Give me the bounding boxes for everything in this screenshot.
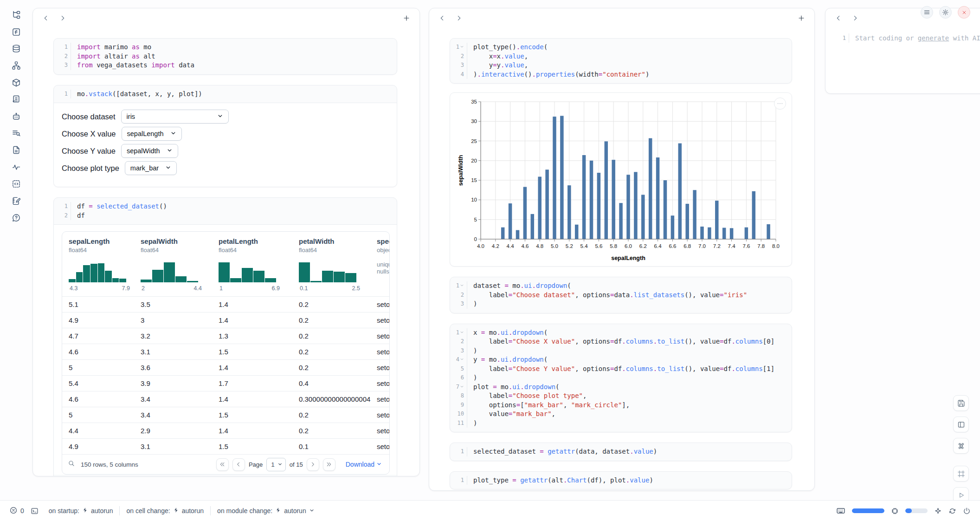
plot-type-cell[interactable]: 1plot_type = getattr(alt.Chart(df), plot…: [450, 471, 792, 490]
generate-link[interactable]: generate: [918, 34, 949, 42]
frame-button[interactable]: [953, 466, 969, 482]
last-page-button[interactable]: [323, 458, 335, 471]
fold-chevron-icon[interactable]: [460, 43, 464, 52]
dropdown-select-choose-plot-type[interactable]: mark_bar: [125, 161, 177, 175]
sidebar-item-list-search[interactable]: [8, 125, 25, 142]
panel-back-button[interactable]: [39, 12, 52, 25]
dropdown-select-choose-x-value[interactable]: sepalLength: [122, 127, 182, 141]
dataframe-table: sepalLengthfloat644.37.9sepalWidthfloat6…: [62, 231, 390, 475]
fold-chevron-icon[interactable]: [460, 281, 464, 291]
floating-toolbar: [953, 395, 969, 503]
panel-back-button[interactable]: [436, 12, 449, 25]
code-editor[interactable]: 1df = selected_dataset()2df: [54, 198, 397, 224]
code-line: 2 label="Choose dataset", options=data.l…: [450, 291, 792, 300]
code-line: 3): [450, 300, 792, 309]
panel-forward-button[interactable]: [56, 12, 69, 25]
plot-code-cell[interactable]: 1plot_type().encode(2 x=x.value,3 y=y.va…: [450, 38, 792, 84]
code-editor[interactable]: 1dataset = mo.ui.dropdown(2 label="Choos…: [450, 277, 792, 313]
sidebar-item-help-circle[interactable]: [8, 209, 25, 226]
fold-chevron-icon[interactable]: [460, 383, 464, 392]
code-editor-placeholder[interactable]: Start coding or generate with AI: [849, 33, 980, 43]
line-number: 3: [450, 61, 467, 70]
layout-button[interactable]: [953, 417, 969, 432]
line-number: 9: [450, 401, 467, 410]
sidebar-item-notebook-pen[interactable]: [8, 192, 25, 209]
autorun-setting[interactable]: on cell change:autorun: [126, 507, 204, 514]
fold-chevron-icon[interactable]: [460, 328, 464, 338]
save-button[interactable]: [953, 395, 969, 411]
fold-chevron-icon[interactable]: [460, 355, 464, 365]
column-range: 16.9: [219, 285, 281, 292]
terminal-button[interactable]: [31, 507, 39, 515]
power-button[interactable]: [963, 507, 971, 515]
code-line: 11): [450, 419, 792, 428]
table-cell: 1.4: [219, 427, 299, 435]
panel-forward-button[interactable]: [452, 12, 465, 25]
sparkle-icon: [934, 507, 942, 515]
plus-icon: [403, 14, 410, 22]
sidebar-item-file-text[interactable]: [8, 142, 25, 158]
add-cell-button[interactable]: [795, 12, 808, 25]
next-page-button[interactable]: [307, 458, 319, 471]
panel-header: [33, 8, 419, 28]
svg-text:6.6: 6.6: [669, 243, 676, 249]
selected-dataset-cell[interactable]: 1selected_dataset = getattr(data, datase…: [450, 443, 792, 461]
table-row: 5.43.91.70.4setosa: [62, 375, 389, 391]
download-button[interactable]: Download: [343, 460, 385, 469]
panel-forward-button[interactable]: [849, 12, 862, 25]
sidebar-item-scroll-text[interactable]: [8, 91, 25, 108]
table-column-header: sepalLengthfloat644.37.9: [69, 237, 141, 296]
sidebar-item-function-square[interactable]: [8, 23, 25, 40]
code-editor[interactable]: 1plot_type = getattr(alt.Chart(df), plot…: [450, 472, 792, 489]
autorun-setting[interactable]: on startup:autorun: [49, 507, 113, 514]
sidebar-item-code-square[interactable]: [8, 176, 25, 192]
histogram-bar: [105, 271, 112, 282]
code-editor[interactable]: 1mo.vstack([dataset, x, y, plot]): [54, 85, 397, 103]
dropdown-select-choose-y-value[interactable]: sepalWidth: [121, 144, 178, 158]
dropdown-select-choose-dataset[interactable]: iris: [121, 110, 229, 124]
sidebar-item-network[interactable]: [8, 57, 25, 74]
chart-menu-button[interactable]: [774, 98, 786, 110]
code-editor[interactable]: 1x = mo.ui.dropdown(2 label="Choose X va…: [450, 324, 792, 432]
sidebar-item-file-tree[interactable]: [8, 7, 25, 23]
first-page-button[interactable]: [216, 458, 229, 471]
sidebar-item-activity[interactable]: [8, 159, 25, 176]
panel-back-button[interactable]: [832, 12, 845, 25]
add-cell-button[interactable]: [400, 12, 413, 25]
page-select[interactable]: 1: [266, 458, 286, 471]
imports-cell[interactable]: 1import marimo as mo2import altair as al…: [53, 38, 397, 75]
code-editor[interactable]: 1import marimo as mo2import altair as al…: [54, 39, 397, 74]
histogram-bar: [119, 279, 126, 282]
table-cell: 3.5: [141, 300, 219, 308]
code-editor[interactable]: 1selected_dataset = getattr(data, datase…: [450, 443, 792, 461]
dataframe-cell[interactable]: 1df = selected_dataset()2dfsepalLengthfl…: [53, 197, 397, 476]
sidebar-item-database[interactable]: [8, 40, 25, 57]
code-editor[interactable]: 1plot_type().encode(2 x=x.value,3 y=y.va…: [450, 39, 792, 83]
dataset-dropdown-cell[interactable]: 1dataset = mo.ui.dropdown(2 label="Choos…: [450, 277, 792, 313]
ai-assist-button[interactable]: [934, 507, 942, 515]
box-icon: [12, 78, 21, 87]
sidebar-item-bot[interactable]: [8, 108, 25, 124]
dropdown-label: Choose plot type: [62, 164, 119, 173]
controls-dropdown-cell[interactable]: 1x = mo.ui.dropdown(2 label="Choose X va…: [450, 324, 792, 433]
search-icon[interactable]: [68, 460, 75, 469]
autorun-setting[interactable]: on module change:autorun: [217, 507, 315, 514]
table-cell: 1.5: [219, 443, 299, 450]
restart-button[interactable]: [948, 507, 956, 515]
shutdown-button[interactable]: [958, 6, 970, 19]
command-button[interactable]: [953, 438, 969, 454]
prev-page-button[interactable]: [232, 458, 245, 471]
keyboard-shortcuts-button[interactable]: [836, 506, 845, 515]
column-type: float64: [299, 247, 377, 254]
bar-chart[interactable]: 4.04.24.44.64.85.05.25.45.65.86.06.26.46…: [457, 96, 792, 265]
chip-icon: [891, 507, 899, 515]
menu-button[interactable]: [921, 6, 933, 19]
sidebar-item-box[interactable]: [8, 74, 25, 91]
line-number: 1: [54, 43, 71, 52]
histogram-bar: [187, 281, 198, 282]
vstack-cell[interactable]: 1mo.vstack([dataset, x, y, plot])Choose …: [53, 85, 397, 188]
settings-button[interactable]: [939, 6, 952, 19]
error-indicator[interactable]: 0: [9, 506, 24, 516]
activity-sidebar: [0, 7, 32, 226]
table-cell: setosa: [377, 411, 389, 419]
